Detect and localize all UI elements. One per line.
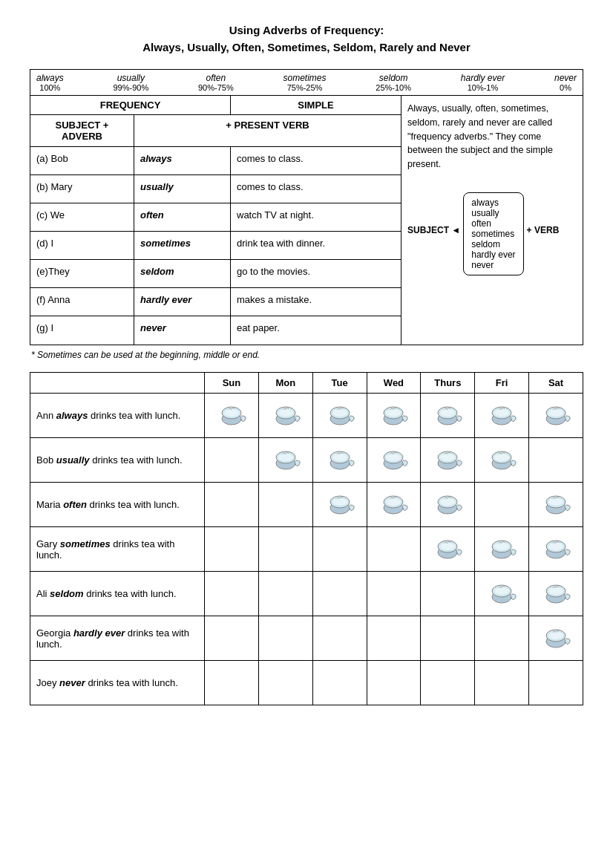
table-row: Georgia hardly ever drinks tea with lunc… [30, 616, 583, 661]
day-cell [421, 394, 475, 438]
svg-point-14 [440, 409, 455, 417]
header-second-row: SUBJECT + ADVERB + PRESENT VERB [30, 115, 401, 147]
svg-point-2 [224, 409, 239, 417]
day-cell [421, 661, 475, 705]
day-cell [475, 572, 529, 616]
day-cell [421, 527, 475, 572]
day-cell [205, 394, 259, 438]
day-cell [529, 616, 583, 661]
day-cell [529, 394, 583, 438]
table-row: Ali seldom drinks tea with lunch. [30, 572, 583, 616]
svg-point-23 [278, 454, 293, 461]
row-label-joey: Joey never drinks tea with lunch. [30, 661, 205, 705]
day-cell [312, 438, 367, 483]
svg-point-38 [332, 498, 347, 506]
svg-point-29 [386, 454, 401, 461]
diagram-subject-label: SUBJECT ◄ [407, 225, 460, 235]
page-title: Using Adverbs of Frequency: Always, Usua… [30, 22, 583, 56]
row-label-ann: Ann always drinks tea with lunch. [30, 394, 205, 438]
col-header-person [30, 373, 205, 394]
row-label-ali: Ali seldom drinks tea with lunch. [30, 572, 205, 616]
freq-always: always 100% [36, 73, 64, 92]
freq-label: FREQUENCY [30, 96, 231, 114]
freq-usually: usually 99%-90% [113, 73, 148, 92]
day-cell [529, 572, 583, 616]
col-header-tue: Tue [312, 373, 367, 394]
day-cell [312, 661, 367, 705]
day-cell [367, 616, 421, 661]
day-cell [312, 572, 367, 616]
day-cell [529, 661, 583, 705]
day-cell [312, 483, 367, 527]
day-cell [421, 572, 475, 616]
tea-table: Sun Mon Tue Wed Thurs Fri Sat Ann always… [30, 372, 583, 705]
svg-point-17 [494, 409, 509, 417]
table-row: (d) I sometimes drink tea with dinner. [30, 232, 401, 260]
day-cell [205, 483, 259, 527]
svg-point-26 [332, 454, 347, 461]
diagram-box: always usually often sometimes seldom ha… [463, 192, 523, 275]
day-cell [529, 438, 583, 483]
freq-hardly: hardly ever 10%-1% [461, 73, 505, 92]
day-cell [367, 438, 421, 483]
day-cell [475, 483, 529, 527]
day-cell [367, 661, 421, 705]
col-header-verb: + PRESENT VERB [134, 115, 401, 146]
svg-point-65 [548, 632, 563, 639]
svg-point-20 [548, 409, 563, 417]
table-row: (b) Mary usually comes to class. [30, 175, 401, 203]
col-header-thurs: Thurs [421, 373, 475, 394]
right-section: Always, usually, often, sometimes, seldo… [401, 96, 583, 345]
day-cell [258, 661, 312, 705]
freq-never: never 0% [554, 73, 577, 92]
freq-often: often 90%-75% [198, 73, 234, 92]
day-cell [475, 394, 529, 438]
day-cell [258, 616, 312, 661]
day-cell [258, 483, 312, 527]
day-cell [312, 616, 367, 661]
left-section: FREQUENCY SIMPLE SUBJECT + ADVERB + PRES… [30, 96, 401, 345]
table-row: Joey never drinks tea with lunch. [30, 661, 583, 705]
svg-point-32 [440, 454, 455, 461]
simple-label: SIMPLE [231, 96, 401, 114]
footnote: * Sometimes can be used at the beginning… [30, 350, 583, 360]
svg-point-41 [386, 498, 401, 506]
day-cell [421, 483, 475, 527]
day-cell [258, 438, 312, 483]
table-row: (g) I never eat paper. [30, 316, 401, 345]
table-row: Gary sometimes drinks tea with lunch. [30, 527, 583, 572]
table-row: (f) Anna hardly ever makes a mistake. [30, 288, 401, 316]
diagram-area: SUBJECT ◄ always usually often sometimes… [407, 185, 577, 275]
svg-point-59 [494, 587, 509, 595]
col-header-mon: Mon [258, 373, 312, 394]
day-cell [529, 483, 583, 527]
col-header-sat: Sat [529, 373, 583, 394]
frequency-bar: always 100% usually 99%-90% often 90%-75… [30, 69, 583, 95]
col-header-sun: Sun [205, 373, 259, 394]
col-header-wed: Wed [367, 373, 421, 394]
day-cell [205, 438, 259, 483]
tea-table-header-row: Sun Mon Tue Wed Thurs Fri Sat [30, 373, 583, 394]
day-cell [205, 572, 259, 616]
main-content-wrapper: FREQUENCY SIMPLE SUBJECT + ADVERB + PRES… [30, 95, 583, 345]
right-text: Always, usually, often, sometimes, seldo… [407, 102, 577, 172]
svg-point-8 [332, 409, 347, 417]
row-label-gary: Gary sometimes drinks tea with lunch. [30, 527, 205, 572]
freq-seldom: seldom 25%-10% [376, 73, 411, 92]
svg-point-53 [494, 543, 509, 550]
day-cell [475, 438, 529, 483]
day-cell [312, 527, 367, 572]
day-cell [367, 527, 421, 572]
table-row: Bob usually drinks tea with lunch. [30, 438, 583, 483]
day-cell [475, 616, 529, 661]
svg-point-56 [548, 543, 563, 550]
day-cell [205, 616, 259, 661]
day-cell [367, 394, 421, 438]
table-row: (a) Bob always comes to class. [30, 147, 401, 175]
svg-point-62 [548, 587, 563, 595]
svg-point-11 [386, 409, 401, 417]
svg-point-47 [548, 498, 563, 506]
table-row: (e)They seldom go to the movies. [30, 260, 401, 288]
day-cell [312, 394, 367, 438]
svg-point-5 [278, 409, 293, 417]
